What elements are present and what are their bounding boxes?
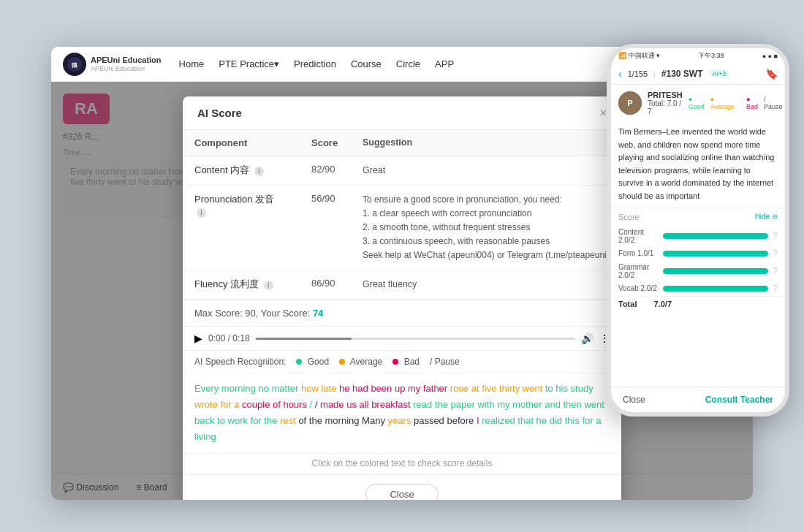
audio-player[interactable]: ▶ 0:00 / 0:18 🔊 ⋮	[183, 326, 621, 350]
col-header-component: Component	[183, 130, 300, 156]
consult-teacher-button[interactable]: Consult Teacher	[705, 395, 773, 405]
score-row-content: Content 2.0/2 ?	[611, 226, 785, 246]
col-header-suggestion: Suggestion	[351, 130, 621, 156]
phone-body-text: Tim Berners–Lee invented the world wide …	[611, 121, 785, 208]
component-pronunciation: Pronunciation 发音 i	[183, 185, 300, 270]
word-rest[interactable]: rest	[280, 415, 296, 426]
phone-status-bar: 📶 中国联通 ▾ 下午3:38 ● ● ■	[611, 48, 785, 64]
col-header-score: Score	[300, 130, 351, 156]
word-years[interactable]: years	[388, 415, 412, 426]
word-every[interactable]: Every morning no matter	[194, 383, 298, 394]
modal-title: AI Score	[197, 107, 242, 119]
phone-ai-badge: AI+3	[709, 69, 730, 78]
word-matter[interactable]: how late	[301, 383, 336, 394]
bad-dot	[392, 359, 398, 365]
ai-score-modal: AI Score × Component Score Suggestion	[183, 96, 621, 500]
phone-score-header: Score Hide ⊖	[611, 208, 785, 226]
svg-text:P: P	[627, 99, 632, 107]
bar-content	[663, 233, 768, 239]
modal-footer: Close	[183, 474, 621, 500]
suggestion-pronunciation: To ensure a good score in pronunciation,…	[351, 185, 621, 270]
word-of: of the morning Many	[298, 415, 387, 426]
nav-prediction[interactable]: Prediction	[294, 58, 336, 69]
phone-counter: 1/155	[628, 69, 648, 78]
volume-icon[interactable]: 🔊	[581, 332, 593, 344]
q-vocab: ?	[773, 284, 778, 294]
carrier-label: 📶 中国联通 ▾	[618, 51, 660, 61]
nav-circle[interactable]: Circle	[396, 58, 420, 69]
word-couple[interactable]: /	[310, 399, 315, 410]
word-passed: passed before	[414, 415, 477, 426]
phone-username: PRITESH	[648, 91, 683, 99]
word-made[interactable]: made us all breakfast	[320, 399, 411, 410]
word-he[interactable]: he had been up my father	[339, 383, 447, 394]
score-label: Score	[618, 213, 640, 221]
phone-content: 📶 中国联通 ▾ 下午3:38 ● ● ■ ‹ 1/155 | #130 SWT…	[611, 48, 785, 412]
legend-pause: / Pause	[430, 357, 460, 367]
word-read[interactable]: read the paper	[413, 399, 475, 410]
label-vocab: Vocab 2.0/2	[618, 284, 659, 292]
phone-total-row: Total 7.0/7	[611, 296, 785, 311]
fill-vocab	[663, 286, 768, 292]
battery-label: ● ● ■	[762, 53, 778, 60]
table-row: Fluency 流利度 i 86/90 Great fluency	[183, 270, 621, 300]
info-icon-content: i	[254, 167, 264, 176]
suggestion-content: Great	[351, 156, 621, 185]
score-pronunciation: 56/90	[300, 185, 351, 270]
info-icon-pronunciation: i	[197, 208, 206, 218]
ai-speech-label: AI Speech Recognition:	[194, 357, 286, 367]
label-content: Content 2.0/2	[618, 228, 659, 244]
word-to[interactable]: wrote for a	[194, 399, 239, 410]
good-legend: ● Good	[689, 96, 705, 110]
good-dot	[296, 359, 302, 365]
phone-avatar: P	[618, 91, 642, 115]
bar-grammar	[663, 268, 768, 274]
avg-legend: ● Average	[710, 96, 735, 110]
word-i[interactable]: I	[477, 415, 479, 426]
logo-text: APEUni Education APEUni Education	[91, 55, 162, 74]
score-row-vocab: Vocab 2.0/2 ?	[611, 281, 785, 296]
nav-items: Home PTE Practice▾ Prediction Course Cir…	[179, 58, 455, 69]
fill-grammar	[663, 268, 768, 274]
q-grammar: ?	[773, 266, 778, 276]
phone-user-row: P PRITESH Total: 7.0 / 7 ● Good ● Averag…	[611, 85, 785, 121]
word-father[interactable]: rose at five thirty went	[450, 383, 542, 394]
modal-close-button[interactable]: ×	[600, 107, 607, 119]
hide-score-button[interactable]: Hide ⊖	[755, 213, 778, 221]
suggestion-fluency: Great fluency	[351, 270, 621, 300]
table-row: Pronunciation 发音 i 56/90 To ensure a goo…	[183, 185, 621, 270]
phone-bookmark-button[interactable]: 🔖	[765, 68, 778, 80]
nav-pte-practice[interactable]: PTE Practice▾	[219, 58, 279, 69]
modal-close-btn[interactable]: Close	[365, 484, 438, 500]
your-score-value: 74	[313, 308, 323, 319]
phone-footer: Close Consult Teacher	[611, 387, 785, 412]
word-wrote[interactable]: couple of hours	[242, 399, 307, 410]
avg-dot	[339, 359, 345, 365]
info-icon-fluency: i	[264, 281, 273, 290]
phone-nav-title: #130 SWT	[661, 69, 703, 79]
word-rose[interactable]: to his study	[545, 383, 593, 394]
table-row: Content 内容 i 82/90 Great	[183, 156, 621, 185]
nav-app[interactable]: APP	[435, 58, 454, 69]
nav-course[interactable]: Course	[351, 58, 382, 69]
phone-back-button[interactable]: ‹	[618, 68, 622, 80]
time-label: 下午3:38	[698, 51, 724, 61]
audio-fill	[256, 338, 352, 340]
score-row-grammar: Grammar 2.0/2 ?	[611, 261, 785, 281]
speech-text: Every morning no matter how late he had …	[183, 373, 621, 452]
component-fluency: Fluency 流利度 i	[183, 270, 300, 300]
legend-good: Good	[296, 357, 329, 367]
bad-legend: ● Bad	[746, 96, 758, 110]
modal-body: Component Score Suggestion Content 内容 i …	[183, 130, 621, 474]
legend-row: AI Speech Recognition: Good Average Bad …	[183, 350, 621, 373]
bar-vocab	[663, 286, 768, 292]
play-button[interactable]: ▶	[194, 332, 202, 344]
fill-content	[663, 233, 768, 239]
phone-close-button[interactable]: Close	[623, 395, 645, 405]
label-form: Form 1.0/1	[618, 249, 659, 257]
phone-total: Total: 7.0 / 7	[648, 99, 683, 115]
label-grammar: Grammar 2.0/2	[618, 263, 659, 279]
audio-progress-bar[interactable]	[256, 338, 575, 340]
q-content: ?	[773, 231, 778, 241]
nav-home[interactable]: Home	[179, 58, 205, 69]
